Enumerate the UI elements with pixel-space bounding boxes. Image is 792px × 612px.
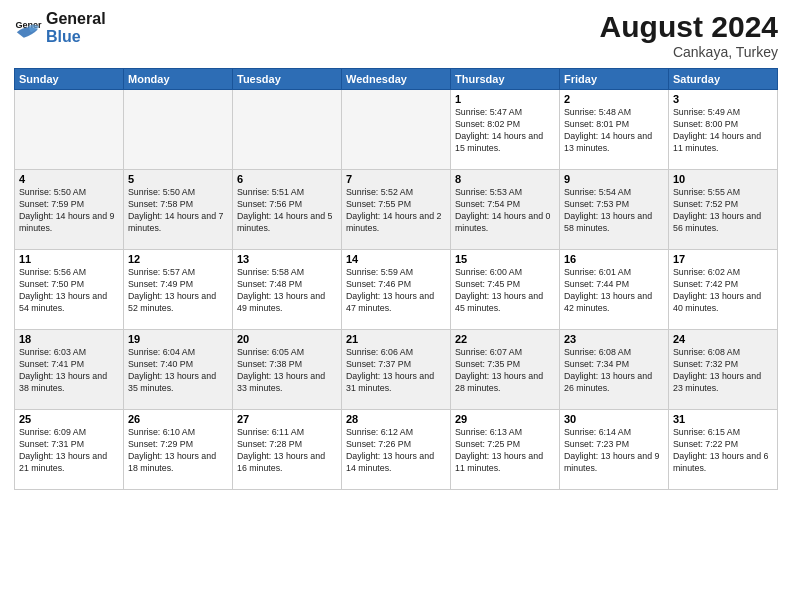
day-number: 1 <box>455 93 555 105</box>
day-number: 12 <box>128 253 228 265</box>
day-number: 25 <box>19 413 119 425</box>
day-details: Sunrise: 5:57 AMSunset: 7:49 PMDaylight:… <box>128 267 228 315</box>
table-row: 13Sunrise: 5:58 AMSunset: 7:48 PMDayligh… <box>233 250 342 330</box>
table-row: 19Sunrise: 6:04 AMSunset: 7:40 PMDayligh… <box>124 330 233 410</box>
day-number: 17 <box>673 253 773 265</box>
day-details: Sunrise: 6:14 AMSunset: 7:23 PMDaylight:… <box>564 427 664 475</box>
calendar-week-row: 18Sunrise: 6:03 AMSunset: 7:41 PMDayligh… <box>15 330 778 410</box>
table-row: 22Sunrise: 6:07 AMSunset: 7:35 PMDayligh… <box>451 330 560 410</box>
table-row: 25Sunrise: 6:09 AMSunset: 7:31 PMDayligh… <box>15 410 124 490</box>
day-details: Sunrise: 5:49 AMSunset: 8:00 PMDaylight:… <box>673 107 773 155</box>
table-row: 15Sunrise: 6:00 AMSunset: 7:45 PMDayligh… <box>451 250 560 330</box>
logo-icon: General <box>14 14 42 42</box>
logo: General General Blue <box>14 10 106 45</box>
day-number: 16 <box>564 253 664 265</box>
table-row: 4Sunrise: 5:50 AMSunset: 7:59 PMDaylight… <box>15 170 124 250</box>
day-number: 10 <box>673 173 773 185</box>
day-details: Sunrise: 6:00 AMSunset: 7:45 PMDaylight:… <box>455 267 555 315</box>
day-details: Sunrise: 6:01 AMSunset: 7:44 PMDaylight:… <box>564 267 664 315</box>
calendar-week-row: 25Sunrise: 6:09 AMSunset: 7:31 PMDayligh… <box>15 410 778 490</box>
table-row <box>342 90 451 170</box>
table-row: 18Sunrise: 6:03 AMSunset: 7:41 PMDayligh… <box>15 330 124 410</box>
day-number: 3 <box>673 93 773 105</box>
table-row: 17Sunrise: 6:02 AMSunset: 7:42 PMDayligh… <box>669 250 778 330</box>
table-row: 10Sunrise: 5:55 AMSunset: 7:52 PMDayligh… <box>669 170 778 250</box>
day-details: Sunrise: 5:56 AMSunset: 7:50 PMDaylight:… <box>19 267 119 315</box>
day-number: 23 <box>564 333 664 345</box>
day-details: Sunrise: 6:11 AMSunset: 7:28 PMDaylight:… <box>237 427 337 475</box>
day-number: 28 <box>346 413 446 425</box>
day-number: 30 <box>564 413 664 425</box>
logo-blue: Blue <box>46 28 106 46</box>
table-row <box>233 90 342 170</box>
day-details: Sunrise: 6:12 AMSunset: 7:26 PMDaylight:… <box>346 427 446 475</box>
table-row: 31Sunrise: 6:15 AMSunset: 7:22 PMDayligh… <box>669 410 778 490</box>
day-details: Sunrise: 5:50 AMSunset: 7:59 PMDaylight:… <box>19 187 119 235</box>
day-number: 22 <box>455 333 555 345</box>
day-details: Sunrise: 5:59 AMSunset: 7:46 PMDaylight:… <box>346 267 446 315</box>
table-row: 5Sunrise: 5:50 AMSunset: 7:58 PMDaylight… <box>124 170 233 250</box>
day-number: 4 <box>19 173 119 185</box>
table-row: 9Sunrise: 5:54 AMSunset: 7:53 PMDaylight… <box>560 170 669 250</box>
day-number: 18 <box>19 333 119 345</box>
col-tuesday: Tuesday <box>233 69 342 90</box>
day-number: 19 <box>128 333 228 345</box>
table-row: 30Sunrise: 6:14 AMSunset: 7:23 PMDayligh… <box>560 410 669 490</box>
col-wednesday: Wednesday <box>342 69 451 90</box>
col-sunday: Sunday <box>15 69 124 90</box>
calendar-week-row: 4Sunrise: 5:50 AMSunset: 7:59 PMDaylight… <box>15 170 778 250</box>
day-details: Sunrise: 5:55 AMSunset: 7:52 PMDaylight:… <box>673 187 773 235</box>
table-row: 12Sunrise: 5:57 AMSunset: 7:49 PMDayligh… <box>124 250 233 330</box>
col-friday: Friday <box>560 69 669 90</box>
day-number: 11 <box>19 253 119 265</box>
day-number: 24 <box>673 333 773 345</box>
day-number: 9 <box>564 173 664 185</box>
calendar-week-row: 11Sunrise: 5:56 AMSunset: 7:50 PMDayligh… <box>15 250 778 330</box>
table-row: 7Sunrise: 5:52 AMSunset: 7:55 PMDaylight… <box>342 170 451 250</box>
day-details: Sunrise: 5:50 AMSunset: 7:58 PMDaylight:… <box>128 187 228 235</box>
title-block: August 2024 Cankaya, Turkey <box>600 10 778 60</box>
calendar-week-row: 1Sunrise: 5:47 AMSunset: 8:02 PMDaylight… <box>15 90 778 170</box>
table-row: 1Sunrise: 5:47 AMSunset: 8:02 PMDaylight… <box>451 90 560 170</box>
table-row: 20Sunrise: 6:05 AMSunset: 7:38 PMDayligh… <box>233 330 342 410</box>
table-row <box>15 90 124 170</box>
table-row: 29Sunrise: 6:13 AMSunset: 7:25 PMDayligh… <box>451 410 560 490</box>
day-number: 21 <box>346 333 446 345</box>
day-details: Sunrise: 5:51 AMSunset: 7:56 PMDaylight:… <box>237 187 337 235</box>
day-details: Sunrise: 6:08 AMSunset: 7:34 PMDaylight:… <box>564 347 664 395</box>
table-row: 26Sunrise: 6:10 AMSunset: 7:29 PMDayligh… <box>124 410 233 490</box>
day-number: 27 <box>237 413 337 425</box>
day-details: Sunrise: 5:58 AMSunset: 7:48 PMDaylight:… <box>237 267 337 315</box>
calendar-header-row: Sunday Monday Tuesday Wednesday Thursday… <box>15 69 778 90</box>
table-row: 14Sunrise: 5:59 AMSunset: 7:46 PMDayligh… <box>342 250 451 330</box>
table-row: 16Sunrise: 6:01 AMSunset: 7:44 PMDayligh… <box>560 250 669 330</box>
location-subtitle: Cankaya, Turkey <box>600 44 778 60</box>
table-row: 6Sunrise: 5:51 AMSunset: 7:56 PMDaylight… <box>233 170 342 250</box>
table-row: 24Sunrise: 6:08 AMSunset: 7:32 PMDayligh… <box>669 330 778 410</box>
table-row: 8Sunrise: 5:53 AMSunset: 7:54 PMDaylight… <box>451 170 560 250</box>
day-details: Sunrise: 6:15 AMSunset: 7:22 PMDaylight:… <box>673 427 773 475</box>
day-details: Sunrise: 6:13 AMSunset: 7:25 PMDaylight:… <box>455 427 555 475</box>
logo-general: General <box>46 10 106 28</box>
day-number: 26 <box>128 413 228 425</box>
calendar-table: Sunday Monday Tuesday Wednesday Thursday… <box>14 68 778 490</box>
day-details: Sunrise: 5:47 AMSunset: 8:02 PMDaylight:… <box>455 107 555 155</box>
day-details: Sunrise: 6:04 AMSunset: 7:40 PMDaylight:… <box>128 347 228 395</box>
day-number: 13 <box>237 253 337 265</box>
day-number: 7 <box>346 173 446 185</box>
day-details: Sunrise: 6:09 AMSunset: 7:31 PMDaylight:… <box>19 427 119 475</box>
table-row: 2Sunrise: 5:48 AMSunset: 8:01 PMDaylight… <box>560 90 669 170</box>
day-details: Sunrise: 6:10 AMSunset: 7:29 PMDaylight:… <box>128 427 228 475</box>
day-number: 14 <box>346 253 446 265</box>
col-saturday: Saturday <box>669 69 778 90</box>
day-number: 29 <box>455 413 555 425</box>
day-details: Sunrise: 5:53 AMSunset: 7:54 PMDaylight:… <box>455 187 555 235</box>
table-row <box>124 90 233 170</box>
table-row: 21Sunrise: 6:06 AMSunset: 7:37 PMDayligh… <box>342 330 451 410</box>
table-row: 23Sunrise: 6:08 AMSunset: 7:34 PMDayligh… <box>560 330 669 410</box>
day-number: 2 <box>564 93 664 105</box>
day-number: 31 <box>673 413 773 425</box>
day-details: Sunrise: 6:03 AMSunset: 7:41 PMDaylight:… <box>19 347 119 395</box>
calendar-page: General General Blue August 2024 Cankaya… <box>0 0 792 612</box>
day-number: 20 <box>237 333 337 345</box>
